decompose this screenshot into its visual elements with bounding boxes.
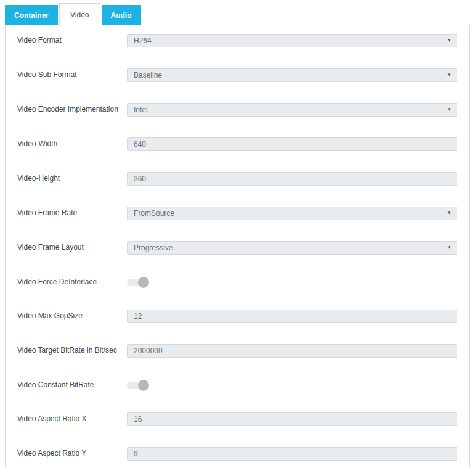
toggle-knob xyxy=(138,277,149,288)
video-encoder-implementation-label: Video Encoder Implementation xyxy=(17,103,127,113)
chevron-down-icon: ▼ xyxy=(443,73,452,78)
form-row: Video Sub Format Baseline ▼ xyxy=(17,68,457,82)
video-constant-bitrate-toggle[interactable] xyxy=(127,379,149,392)
video-encoder-implementation-value: Intel xyxy=(134,105,443,114)
video-settings-panel: Video Format H264 ▼ Video Sub Format Bas… xyxy=(5,25,470,467)
video-format-select[interactable]: H264 ▼ xyxy=(127,34,457,47)
form-row: Video Constant BitRate xyxy=(17,379,457,392)
video-width-label: Video-Width xyxy=(17,137,127,148)
form-row: Video Frame Layout Progressive ▼ xyxy=(17,241,457,255)
form-row: Video Aspect Ratio X xyxy=(17,412,457,426)
form-row: Video Force DeInterlace xyxy=(17,276,457,289)
toggle-knob xyxy=(138,380,149,391)
video-aspect-ratio-y-input[interactable] xyxy=(127,447,457,461)
form-row: Video Max GopSize xyxy=(17,310,457,323)
video-frame-rate-value: FromSource xyxy=(134,209,443,218)
tab-audio[interactable]: Audio xyxy=(102,5,141,25)
video-sub-format-select[interactable]: Baseline ▼ xyxy=(127,68,457,82)
video-format-label: Video Format xyxy=(17,34,127,44)
video-force-deinterlace-toggle[interactable] xyxy=(127,276,149,289)
video-force-deinterlace-label: Video Force DeInterlace xyxy=(17,276,127,286)
tab-container[interactable]: Container xyxy=(5,5,58,25)
video-frame-rate-label: Video Frame Rate xyxy=(17,207,127,217)
video-constant-bitrate-label: Video Constant BitRate xyxy=(17,379,127,389)
video-frame-rate-select[interactable]: FromSource ▼ xyxy=(127,207,457,220)
form-row: Video Target BitRate in Bit/sec xyxy=(17,344,457,358)
video-sub-format-label: Video Sub Format xyxy=(17,68,127,79)
video-width-input[interactable] xyxy=(127,137,457,151)
form-row: Video Format H264 ▼ xyxy=(17,34,457,47)
form-row: Video-Width xyxy=(17,137,457,151)
tab-bar: Container Video Audio xyxy=(5,3,470,25)
chevron-down-icon: ▼ xyxy=(443,245,452,250)
video-max-gopsize-label: Video Max GopSize xyxy=(17,310,127,320)
form-row: Video Frame Rate FromSource ▼ xyxy=(17,207,457,220)
chevron-down-icon: ▼ xyxy=(443,211,452,216)
chevron-down-icon: ▼ xyxy=(443,38,452,43)
video-max-gopsize-input[interactable] xyxy=(127,310,457,323)
video-format-value: H264 xyxy=(134,36,443,45)
video-height-input[interactable] xyxy=(127,172,457,186)
video-aspect-ratio-x-input[interactable] xyxy=(127,412,457,426)
form-row: Video Aspect Ratio Y xyxy=(17,447,457,461)
form-row: Video Encoder Implementation Intel ▼ xyxy=(17,103,457,117)
video-sub-format-value: Baseline xyxy=(134,71,443,80)
video-encoder-implementation-select[interactable]: Intel ▼ xyxy=(127,103,457,117)
video-frame-layout-select[interactable]: Progressive ▼ xyxy=(127,241,457,255)
video-target-bitrate-label: Video Target BitRate in Bit/sec xyxy=(17,344,127,355)
form-row: Video-Height xyxy=(17,172,457,186)
video-frame-layout-label: Video Frame Layout xyxy=(17,241,127,252)
tab-video[interactable]: Video xyxy=(59,3,100,26)
video-aspect-ratio-y-label: Video Aspect Ratio Y xyxy=(17,447,127,458)
video-aspect-ratio-x-label: Video Aspect Ratio X xyxy=(17,412,127,423)
video-height-label: Video-Height xyxy=(17,172,127,183)
chevron-down-icon: ▼ xyxy=(443,107,452,112)
video-target-bitrate-input[interactable] xyxy=(127,344,457,358)
settings-page: Container Video Audio Video Format H264 … xyxy=(0,0,475,467)
video-frame-layout-value: Progressive xyxy=(134,244,443,252)
